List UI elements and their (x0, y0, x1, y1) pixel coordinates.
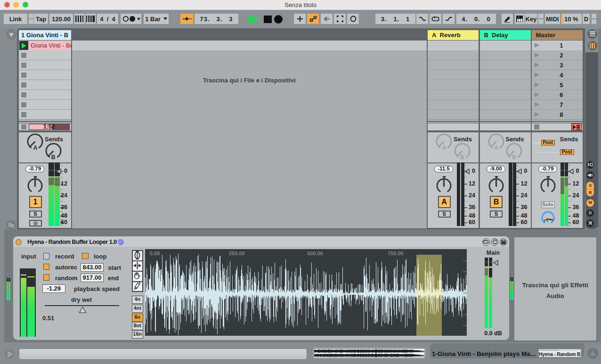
svg-text:250.00: 250.00 (229, 251, 245, 256)
svg-text:500.00: 500.00 (307, 251, 323, 256)
svg-text:0.00: 0.00 (150, 251, 160, 256)
svg-text:750.00: 750.00 (388, 251, 404, 256)
